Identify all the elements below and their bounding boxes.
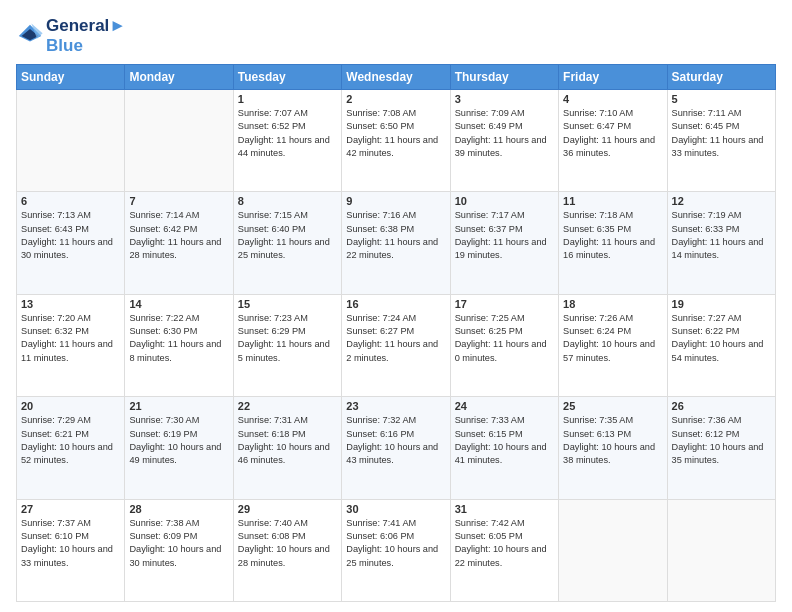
day-info: Sunrise: 7:19 AMSunset: 6:33 PMDaylight:… [672, 209, 771, 262]
table-row: 25Sunrise: 7:35 AMSunset: 6:13 PMDayligh… [559, 397, 667, 499]
table-row [125, 90, 233, 192]
day-number: 20 [21, 400, 120, 412]
day-number: 31 [455, 503, 554, 515]
day-number: 2 [346, 93, 445, 105]
day-number: 26 [672, 400, 771, 412]
day-info: Sunrise: 7:42 AMSunset: 6:05 PMDaylight:… [455, 517, 554, 570]
table-row: 31Sunrise: 7:42 AMSunset: 6:05 PMDayligh… [450, 499, 558, 601]
day-number: 22 [238, 400, 337, 412]
day-number: 28 [129, 503, 228, 515]
table-row: 4Sunrise: 7:10 AMSunset: 6:47 PMDaylight… [559, 90, 667, 192]
table-row: 29Sunrise: 7:40 AMSunset: 6:08 PMDayligh… [233, 499, 341, 601]
day-number: 27 [21, 503, 120, 515]
day-number: 5 [672, 93, 771, 105]
table-row: 21Sunrise: 7:30 AMSunset: 6:19 PMDayligh… [125, 397, 233, 499]
calendar-week-row: 20Sunrise: 7:29 AMSunset: 6:21 PMDayligh… [17, 397, 776, 499]
day-info: Sunrise: 7:20 AMSunset: 6:32 PMDaylight:… [21, 312, 120, 365]
col-sunday: Sunday [17, 65, 125, 90]
day-info: Sunrise: 7:36 AMSunset: 6:12 PMDaylight:… [672, 414, 771, 467]
day-number: 3 [455, 93, 554, 105]
day-number: 19 [672, 298, 771, 310]
col-thursday: Thursday [450, 65, 558, 90]
day-number: 7 [129, 195, 228, 207]
table-row: 2Sunrise: 7:08 AMSunset: 6:50 PMDaylight… [342, 90, 450, 192]
col-tuesday: Tuesday [233, 65, 341, 90]
calendar-table: Sunday Monday Tuesday Wednesday Thursday… [16, 64, 776, 602]
calendar-week-row: 1Sunrise: 7:07 AMSunset: 6:52 PMDaylight… [17, 90, 776, 192]
table-row [667, 499, 775, 601]
table-row: 15Sunrise: 7:23 AMSunset: 6:29 PMDayligh… [233, 294, 341, 396]
day-info: Sunrise: 7:27 AMSunset: 6:22 PMDaylight:… [672, 312, 771, 365]
table-row: 10Sunrise: 7:17 AMSunset: 6:37 PMDayligh… [450, 192, 558, 294]
day-info: Sunrise: 7:17 AMSunset: 6:37 PMDaylight:… [455, 209, 554, 262]
table-row: 24Sunrise: 7:33 AMSunset: 6:15 PMDayligh… [450, 397, 558, 499]
day-info: Sunrise: 7:23 AMSunset: 6:29 PMDaylight:… [238, 312, 337, 365]
day-number: 25 [563, 400, 662, 412]
table-row: 22Sunrise: 7:31 AMSunset: 6:18 PMDayligh… [233, 397, 341, 499]
calendar-week-row: 13Sunrise: 7:20 AMSunset: 6:32 PMDayligh… [17, 294, 776, 396]
calendar-header-row: Sunday Monday Tuesday Wednesday Thursday… [17, 65, 776, 90]
header: General► Blue [16, 16, 776, 56]
day-info: Sunrise: 7:35 AMSunset: 6:13 PMDaylight:… [563, 414, 662, 467]
logo-text: General► Blue [46, 16, 126, 56]
day-number: 15 [238, 298, 337, 310]
logo-icon [16, 22, 44, 50]
day-number: 6 [21, 195, 120, 207]
day-number: 12 [672, 195, 771, 207]
table-row: 18Sunrise: 7:26 AMSunset: 6:24 PMDayligh… [559, 294, 667, 396]
table-row: 13Sunrise: 7:20 AMSunset: 6:32 PMDayligh… [17, 294, 125, 396]
day-info: Sunrise: 7:40 AMSunset: 6:08 PMDaylight:… [238, 517, 337, 570]
day-info: Sunrise: 7:22 AMSunset: 6:30 PMDaylight:… [129, 312, 228, 365]
day-number: 21 [129, 400, 228, 412]
day-number: 18 [563, 298, 662, 310]
table-row: 20Sunrise: 7:29 AMSunset: 6:21 PMDayligh… [17, 397, 125, 499]
day-info: Sunrise: 7:13 AMSunset: 6:43 PMDaylight:… [21, 209, 120, 262]
day-info: Sunrise: 7:41 AMSunset: 6:06 PMDaylight:… [346, 517, 445, 570]
day-info: Sunrise: 7:37 AMSunset: 6:10 PMDaylight:… [21, 517, 120, 570]
day-info: Sunrise: 7:09 AMSunset: 6:49 PMDaylight:… [455, 107, 554, 160]
table-row: 30Sunrise: 7:41 AMSunset: 6:06 PMDayligh… [342, 499, 450, 601]
day-number: 8 [238, 195, 337, 207]
calendar-week-row: 6Sunrise: 7:13 AMSunset: 6:43 PMDaylight… [17, 192, 776, 294]
day-info: Sunrise: 7:14 AMSunset: 6:42 PMDaylight:… [129, 209, 228, 262]
table-row: 12Sunrise: 7:19 AMSunset: 6:33 PMDayligh… [667, 192, 775, 294]
day-info: Sunrise: 7:26 AMSunset: 6:24 PMDaylight:… [563, 312, 662, 365]
day-info: Sunrise: 7:11 AMSunset: 6:45 PMDaylight:… [672, 107, 771, 160]
table-row: 16Sunrise: 7:24 AMSunset: 6:27 PMDayligh… [342, 294, 450, 396]
table-row: 6Sunrise: 7:13 AMSunset: 6:43 PMDaylight… [17, 192, 125, 294]
day-number: 29 [238, 503, 337, 515]
day-info: Sunrise: 7:30 AMSunset: 6:19 PMDaylight:… [129, 414, 228, 467]
table-row [17, 90, 125, 192]
day-info: Sunrise: 7:29 AMSunset: 6:21 PMDaylight:… [21, 414, 120, 467]
day-info: Sunrise: 7:18 AMSunset: 6:35 PMDaylight:… [563, 209, 662, 262]
table-row: 8Sunrise: 7:15 AMSunset: 6:40 PMDaylight… [233, 192, 341, 294]
col-saturday: Saturday [667, 65, 775, 90]
day-number: 24 [455, 400, 554, 412]
table-row: 17Sunrise: 7:25 AMSunset: 6:25 PMDayligh… [450, 294, 558, 396]
table-row: 23Sunrise: 7:32 AMSunset: 6:16 PMDayligh… [342, 397, 450, 499]
table-row: 1Sunrise: 7:07 AMSunset: 6:52 PMDaylight… [233, 90, 341, 192]
day-info: Sunrise: 7:15 AMSunset: 6:40 PMDaylight:… [238, 209, 337, 262]
day-info: Sunrise: 7:32 AMSunset: 6:16 PMDaylight:… [346, 414, 445, 467]
logo: General► Blue [16, 16, 126, 56]
day-info: Sunrise: 7:33 AMSunset: 6:15 PMDaylight:… [455, 414, 554, 467]
day-info: Sunrise: 7:08 AMSunset: 6:50 PMDaylight:… [346, 107, 445, 160]
day-number: 10 [455, 195, 554, 207]
day-number: 4 [563, 93, 662, 105]
day-number: 23 [346, 400, 445, 412]
table-row: 27Sunrise: 7:37 AMSunset: 6:10 PMDayligh… [17, 499, 125, 601]
calendar-week-row: 27Sunrise: 7:37 AMSunset: 6:10 PMDayligh… [17, 499, 776, 601]
table-row: 14Sunrise: 7:22 AMSunset: 6:30 PMDayligh… [125, 294, 233, 396]
day-info: Sunrise: 7:10 AMSunset: 6:47 PMDaylight:… [563, 107, 662, 160]
table-row: 3Sunrise: 7:09 AMSunset: 6:49 PMDaylight… [450, 90, 558, 192]
day-number: 16 [346, 298, 445, 310]
day-info: Sunrise: 7:24 AMSunset: 6:27 PMDaylight:… [346, 312, 445, 365]
day-info: Sunrise: 7:38 AMSunset: 6:09 PMDaylight:… [129, 517, 228, 570]
day-number: 17 [455, 298, 554, 310]
day-info: Sunrise: 7:31 AMSunset: 6:18 PMDaylight:… [238, 414, 337, 467]
table-row: 26Sunrise: 7:36 AMSunset: 6:12 PMDayligh… [667, 397, 775, 499]
table-row: 9Sunrise: 7:16 AMSunset: 6:38 PMDaylight… [342, 192, 450, 294]
table-row: 11Sunrise: 7:18 AMSunset: 6:35 PMDayligh… [559, 192, 667, 294]
table-row: 19Sunrise: 7:27 AMSunset: 6:22 PMDayligh… [667, 294, 775, 396]
day-number: 14 [129, 298, 228, 310]
